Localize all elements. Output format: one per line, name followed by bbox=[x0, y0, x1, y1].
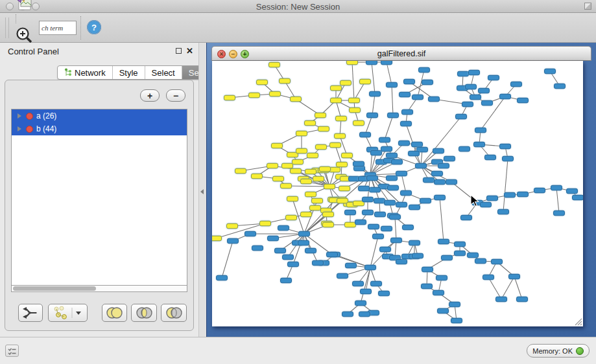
panel-splitter[interactable] bbox=[198, 43, 206, 337]
node[interactable] bbox=[359, 312, 370, 317]
node[interactable] bbox=[470, 95, 481, 100]
node[interactable] bbox=[409, 151, 420, 156]
node[interactable] bbox=[275, 248, 286, 253]
tab-network[interactable]: Network bbox=[58, 66, 113, 79]
node[interactable] bbox=[361, 289, 372, 294]
node[interactable] bbox=[403, 225, 414, 230]
selected-node[interactable] bbox=[323, 212, 334, 217]
node[interactable] bbox=[396, 259, 407, 264]
node[interactable] bbox=[401, 190, 412, 196]
node[interactable] bbox=[367, 113, 378, 118]
selected-node[interactable] bbox=[291, 97, 302, 102]
node[interactable] bbox=[505, 192, 516, 198]
tab-select[interactable]: Select bbox=[145, 66, 182, 79]
node[interactable] bbox=[281, 278, 292, 283]
node[interactable] bbox=[498, 209, 509, 214]
node[interactable] bbox=[409, 240, 420, 245]
difference-sets-button[interactable] bbox=[161, 304, 187, 322]
selected-node[interactable] bbox=[273, 176, 284, 181]
node[interactable] bbox=[433, 148, 444, 154]
node[interactable] bbox=[363, 197, 374, 202]
node[interactable] bbox=[462, 102, 473, 107]
node[interactable] bbox=[475, 258, 486, 264]
node[interactable] bbox=[492, 259, 503, 264]
selected-node[interactable] bbox=[301, 212, 312, 217]
selected-node[interactable] bbox=[350, 108, 361, 113]
selected-node[interactable] bbox=[339, 186, 350, 191]
node[interactable] bbox=[380, 247, 391, 252]
selected-node[interactable] bbox=[349, 98, 360, 103]
node[interactable] bbox=[365, 265, 376, 270]
node[interactable] bbox=[367, 176, 378, 181]
scrollbar-thumb[interactable] bbox=[13, 286, 96, 291]
node[interactable] bbox=[399, 141, 410, 146]
node[interactable] bbox=[404, 79, 415, 84]
selected-node[interactable] bbox=[342, 153, 353, 158]
node[interactable] bbox=[412, 253, 423, 258]
node[interactable] bbox=[399, 92, 411, 97]
node[interactable] bbox=[373, 234, 384, 239]
node[interactable] bbox=[458, 71, 469, 76]
selected-node[interactable] bbox=[227, 223, 238, 229]
sets-horizontal-scrollbar[interactable] bbox=[11, 285, 187, 292]
memory-status-button[interactable]: Memory: OK bbox=[527, 344, 590, 358]
node[interactable] bbox=[438, 308, 449, 313]
node[interactable] bbox=[387, 176, 398, 181]
add-set-button[interactable]: + bbox=[140, 89, 160, 102]
node[interactable] bbox=[388, 185, 399, 190]
selected-node[interactable] bbox=[252, 174, 263, 179]
node[interactable] bbox=[299, 231, 310, 236]
selected-node[interactable] bbox=[270, 91, 281, 97]
expand-arrow-icon[interactable] bbox=[18, 113, 21, 119]
selected-node[interactable] bbox=[330, 142, 341, 148]
node[interactable] bbox=[327, 252, 338, 257]
selected-node[interactable] bbox=[296, 148, 307, 154]
node[interactable] bbox=[371, 281, 382, 286]
node[interactable] bbox=[517, 297, 528, 302]
node[interactable] bbox=[503, 156, 514, 161]
selected-node[interactable] bbox=[353, 120, 364, 126]
node[interactable] bbox=[435, 179, 446, 185]
node[interactable] bbox=[468, 253, 479, 258]
node[interactable] bbox=[432, 171, 443, 176]
node[interactable] bbox=[446, 179, 457, 185]
node[interactable] bbox=[488, 75, 499, 80]
node[interactable] bbox=[387, 82, 398, 87]
node[interactable] bbox=[496, 297, 507, 302]
node[interactable] bbox=[370, 187, 381, 192]
node[interactable] bbox=[283, 255, 294, 260]
node[interactable] bbox=[509, 274, 520, 279]
create-set-dropdown-button[interactable] bbox=[48, 304, 88, 322]
node[interactable] bbox=[485, 155, 496, 160]
expand-arrow-icon[interactable] bbox=[18, 126, 21, 131]
node[interactable] bbox=[381, 61, 392, 65]
node[interactable] bbox=[360, 132, 371, 137]
selected-node[interactable] bbox=[337, 198, 348, 203]
node[interactable] bbox=[388, 113, 399, 118]
node[interactable] bbox=[438, 163, 449, 168]
node[interactable] bbox=[433, 290, 444, 295]
node[interactable] bbox=[518, 192, 529, 197]
selected-node[interactable] bbox=[280, 78, 291, 84]
node[interactable] bbox=[401, 121, 412, 126]
node[interactable] bbox=[500, 94, 511, 99]
node[interactable] bbox=[402, 109, 413, 115]
node[interactable] bbox=[422, 267, 433, 272]
node[interactable] bbox=[422, 80, 433, 85]
node[interactable] bbox=[511, 82, 522, 87]
node[interactable] bbox=[355, 301, 366, 306]
set-list-item[interactable]: a (26) bbox=[12, 109, 187, 122]
selected-node[interactable] bbox=[340, 80, 352, 85]
selected-node[interactable] bbox=[249, 93, 260, 98]
node[interactable] bbox=[298, 240, 309, 245]
node[interactable] bbox=[391, 238, 402, 243]
split-sets-button[interactable] bbox=[18, 304, 43, 322]
selected-node[interactable] bbox=[260, 221, 271, 226]
node[interactable] bbox=[342, 312, 353, 317]
node[interactable] bbox=[381, 226, 392, 231]
selected-node[interactable] bbox=[292, 159, 304, 165]
node[interactable] bbox=[534, 188, 545, 193]
node[interactable] bbox=[554, 210, 565, 216]
node[interactable] bbox=[359, 186, 370, 191]
help-button[interactable]: ? bbox=[85, 16, 104, 40]
